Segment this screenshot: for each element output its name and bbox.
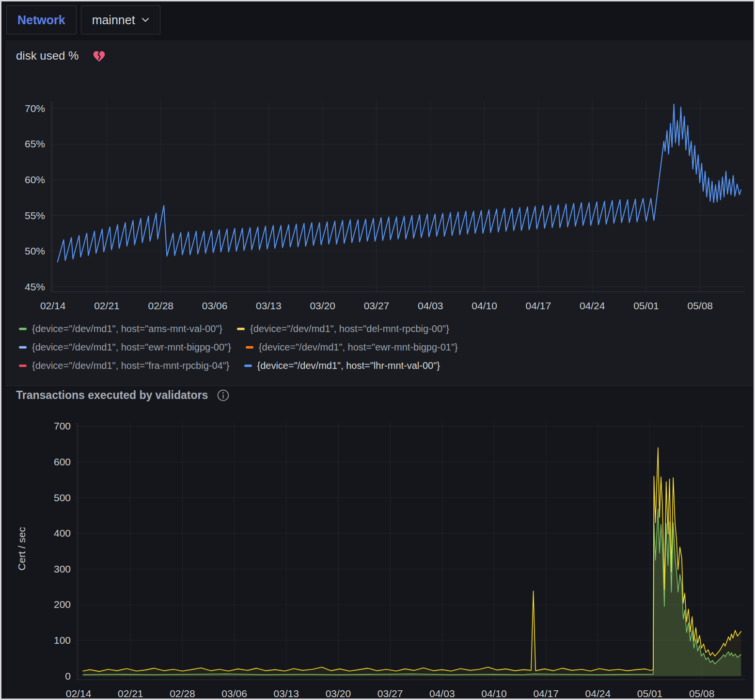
network-variable-label[interactable]: Network bbox=[6, 5, 77, 34]
x-tick-label: 02/28 bbox=[170, 688, 195, 699]
x-tick-label: 04/03 bbox=[429, 688, 455, 699]
transactions-chart[interactable]: 02/1402/2102/2803/0603/1303/2003/2704/03… bbox=[5, 414, 753, 700]
legend-swatch bbox=[19, 365, 27, 367]
legend-swatch bbox=[19, 346, 27, 349]
x-tick-label: 05/08 bbox=[687, 300, 713, 311]
x-tick-label: 03/06 bbox=[221, 688, 247, 699]
disk-used-panel-title[interactable]: disk used % bbox=[16, 49, 106, 63]
grafana-dashboard: Network mainnet disk used % 02/1402/2102… bbox=[0, 0, 755, 700]
x-tick-label: 04/24 bbox=[580, 300, 605, 311]
series-line-devicedevmd1hostlhr-mnt-val-00 bbox=[58, 104, 741, 262]
y-tick-label: 50% bbox=[25, 245, 45, 256]
x-tick-label: 04/10 bbox=[472, 300, 497, 311]
y-tick-label: 100 bbox=[54, 635, 71, 646]
legend-item[interactable]: {device="/dev/md1", host="fra-mnt-rpcbig… bbox=[19, 361, 230, 370]
y-tick-label: 700 bbox=[54, 420, 71, 431]
x-tick-label: 04/17 bbox=[526, 300, 551, 311]
legend-label: {device="/dev/md1", host="ams-mnt-val-00… bbox=[32, 324, 222, 334]
y-tick-label: 45% bbox=[25, 281, 45, 292]
x-tick-label: 02/21 bbox=[118, 688, 143, 699]
legend-label: {device="/dev/md1", host="ewr-mnt-bigpg-… bbox=[32, 342, 231, 352]
series-line-validators-yellow bbox=[83, 448, 741, 672]
legend-swatch bbox=[244, 365, 252, 367]
x-tick-label: 05/01 bbox=[633, 300, 659, 311]
transactions-panel: Transactions executed by validators Cert… bbox=[5, 385, 753, 700]
x-tick-label: 02/28 bbox=[148, 300, 173, 311]
y-tick-label: 200 bbox=[54, 599, 71, 610]
x-tick-label: 02/14 bbox=[40, 300, 66, 311]
x-tick-label: 03/27 bbox=[364, 300, 390, 311]
legend-label: {device="/dev/md1", host="ewr-mnt-bigpg-… bbox=[259, 342, 458, 352]
series-line-validators-green bbox=[83, 509, 741, 675]
x-tick-label: 04/03 bbox=[418, 300, 443, 311]
network-variable-dropdown[interactable]: mainnet bbox=[81, 5, 160, 34]
panel-title-text: Transactions executed by validators bbox=[16, 389, 208, 402]
x-tick-label: 03/20 bbox=[326, 688, 351, 699]
legend-swatch bbox=[19, 328, 27, 330]
x-tick-label: 02/21 bbox=[94, 300, 120, 311]
network-value-text: mainnet bbox=[92, 13, 135, 27]
y-tick-label: 60% bbox=[25, 174, 45, 185]
y-tick-label: 70% bbox=[25, 103, 45, 114]
legend-swatch bbox=[246, 346, 253, 349]
y-tick-label: 400 bbox=[54, 527, 71, 539]
legend-swatch bbox=[237, 328, 245, 330]
x-tick-label: 04/17 bbox=[533, 688, 559, 699]
y-tick-label: 500 bbox=[54, 492, 71, 503]
y-tick-label: 55% bbox=[25, 210, 45, 221]
legend-item[interactable]: {device="/dev/md1", host="ewr-mnt-bigpg-… bbox=[19, 342, 231, 352]
x-tick-label: 03/13 bbox=[273, 688, 299, 699]
series-fill-validators-yellow bbox=[83, 448, 741, 676]
x-tick-label: 05/08 bbox=[689, 688, 715, 699]
x-tick-label: 03/27 bbox=[378, 688, 403, 699]
legend-item[interactable]: {device="/dev/md1", host="ams-mnt-val-00… bbox=[19, 324, 222, 334]
transactions-panel-title[interactable]: Transactions executed by validators bbox=[16, 389, 230, 402]
legend-item[interactable]: {device="/dev/md1", host="del-mnt-rpcbig… bbox=[237, 324, 449, 334]
x-tick-label: 03/20 bbox=[310, 300, 335, 311]
series-fill-validators-green bbox=[83, 509, 741, 676]
legend-item[interactable]: {device="/dev/md1", host="ewr-mnt-bigpg-… bbox=[246, 342, 458, 352]
x-tick-label: 03/06 bbox=[202, 300, 228, 311]
y-tick-label: 300 bbox=[54, 563, 71, 574]
panel-title-text: disk used % bbox=[16, 49, 79, 63]
y-tick-label: 0 bbox=[65, 670, 71, 682]
variables-toolbar: Network mainnet bbox=[6, 5, 160, 34]
legend-label: {device="/dev/md1", host="del-mnt-rpcbig… bbox=[250, 324, 449, 334]
legend-label: {device="/dev/md1", host="lhr-mnt-val-00… bbox=[257, 361, 440, 370]
x-tick-label: 04/24 bbox=[585, 688, 611, 699]
x-tick-label: 02/14 bbox=[66, 688, 92, 699]
network-label-text: Network bbox=[17, 13, 65, 27]
broken-heart-alert-icon bbox=[92, 49, 106, 63]
disk-chart-legend: {device="/dev/md1", host="ams-mnt-val-00… bbox=[19, 319, 629, 375]
disk-used-chart[interactable]: 02/1402/2102/2803/0603/1303/2003/2704/03… bbox=[5, 91, 753, 318]
y-tick-label: 65% bbox=[25, 138, 45, 149]
info-circle-icon[interactable] bbox=[217, 389, 230, 402]
x-tick-label: 05/01 bbox=[637, 688, 663, 699]
disk-used-panel: disk used % 02/1402/2102/2803/0603/1303/… bbox=[5, 40, 753, 385]
y-tick-label: 600 bbox=[54, 456, 71, 467]
legend-label: {device="/dev/md1", host="fra-mnt-rpcbig… bbox=[32, 361, 230, 370]
x-tick-label: 04/10 bbox=[481, 688, 507, 699]
legend-item[interactable]: {device="/dev/md1", host="lhr-mnt-val-00… bbox=[244, 361, 440, 370]
x-tick-label: 03/13 bbox=[256, 300, 282, 311]
chevron-down-icon bbox=[142, 17, 149, 22]
